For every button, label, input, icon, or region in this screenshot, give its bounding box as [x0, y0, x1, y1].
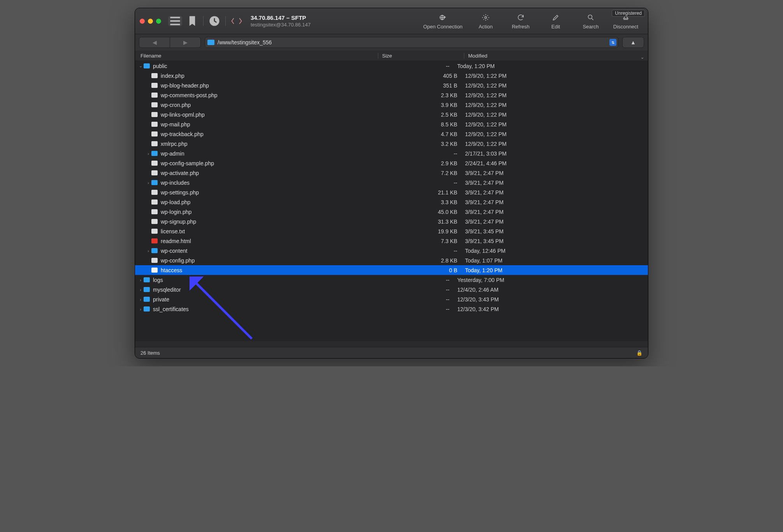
col-filename[interactable]: Filename: [135, 53, 378, 59]
file-size: --: [372, 277, 453, 283]
file-row[interactable]: ›logs--Yesterday, 7:00 PM: [135, 275, 648, 285]
file-size: 405 B: [379, 73, 461, 79]
disclosure-triangle-icon[interactable]: ›: [146, 151, 151, 156]
file-row[interactable]: ›mysqleditor--12/4/20, 2:46 AM: [135, 285, 648, 294]
close-icon[interactable]: [140, 19, 145, 24]
refresh-button[interactable]: Refresh: [503, 13, 538, 30]
file-name: ssl_certificates: [153, 306, 189, 312]
svg-rect-2: [170, 24, 180, 25]
file-modified: 2/24/21, 4:46 PM: [461, 160, 648, 166]
file-row[interactable]: wp-cron.php3.9 KB12/9/20, 1:22 PM: [135, 100, 648, 110]
file-row[interactable]: ›wp-content--Today, 12:46 PM: [135, 246, 648, 256]
file-row[interactable]: wp-load.php3.3 KB3/9/21, 2:47 PM: [135, 197, 648, 207]
transfers-button[interactable]: [230, 16, 244, 26]
file-icon: [151, 170, 158, 175]
file-size: 2.3 KB: [379, 92, 461, 98]
separator: [225, 16, 226, 26]
go-up-button[interactable]: ▲: [622, 37, 644, 48]
forward-button[interactable]: ▶: [170, 37, 201, 48]
file-list[interactable]: ⌄public--Today, 1:20 PMindex.php405 B12/…: [135, 61, 648, 341]
file-size: 2.9 KB: [379, 160, 461, 166]
file-row[interactable]: wp-comments-post.php2.3 KB12/9/20, 1:22 …: [135, 90, 648, 100]
edit-button[interactable]: Edit: [538, 13, 573, 30]
file-row[interactable]: index.php405 B12/9/20, 1:22 PM: [135, 71, 648, 80]
file-row[interactable]: wp-settings.php21.1 KB3/9/21, 2:47 PM: [135, 187, 648, 197]
file-row[interactable]: wp-signup.php31.3 KB3/9/21, 2:47 PM: [135, 217, 648, 226]
disclosure-triangle-icon[interactable]: ›: [138, 307, 143, 312]
unregistered-badge: Unregistered: [612, 10, 645, 17]
file-size: --: [379, 248, 461, 254]
file-modified: 12/3/20, 3:42 PM: [453, 306, 648, 312]
history-button[interactable]: [207, 16, 221, 26]
disclosure-triangle-icon[interactable]: ›: [146, 248, 151, 253]
file-row[interactable]: xmlrpc.php3.2 KB12/9/20, 1:22 PM: [135, 139, 648, 149]
path-dropdown-icon[interactable]: ⇅: [609, 39, 616, 46]
maximize-icon[interactable]: [156, 19, 161, 24]
col-modified[interactable]: Modified ⌄: [464, 53, 648, 59]
file-icon: [151, 209, 158, 214]
file-size: --: [372, 63, 453, 69]
file-row[interactable]: readme.html7.3 KB3/9/21, 3:45 PM: [135, 236, 648, 246]
file-modified: 3/9/21, 2:47 PM: [461, 180, 648, 186]
file-row[interactable]: ›private--12/3/20, 3:43 PM: [135, 294, 648, 304]
folder-icon: [144, 287, 150, 292]
file-modified: 12/9/20, 1:22 PM: [461, 73, 648, 79]
file-name: wp-comments-post.php: [161, 92, 218, 98]
folder-icon: [151, 248, 158, 253]
folder-icon: [144, 306, 150, 312]
file-icon: [151, 190, 158, 195]
col-size[interactable]: Size: [378, 53, 464, 59]
file-row[interactable]: wp-config-sample.php2.9 KB2/24/21, 4:46 …: [135, 158, 648, 168]
file-row[interactable]: ›ssl_certificates--12/3/20, 3:42 PM: [135, 304, 648, 314]
file-size: 7.2 KB: [379, 170, 461, 176]
gear-icon: [482, 13, 490, 22]
file-icon: [151, 141, 158, 146]
file-modified: 3/9/21, 2:47 PM: [461, 170, 648, 176]
disclosure-triangle-icon[interactable]: ›: [138, 287, 143, 292]
file-row[interactable]: wp-links-opml.php2.5 KB12/9/20, 1:22 PM: [135, 110, 648, 119]
folder-icon: [144, 297, 150, 302]
file-row[interactable]: license.txt19.9 KB3/9/21, 3:45 PM: [135, 226, 648, 236]
file-row[interactable]: ›wp-admin--2/17/21, 3:03 PM: [135, 149, 648, 158]
file-name: htaccess: [161, 267, 182, 273]
file-size: 2.5 KB: [379, 112, 461, 118]
file-modified: 3/9/21, 2:47 PM: [461, 209, 648, 215]
file-name: wp-includes: [161, 180, 190, 186]
folder-icon: [207, 40, 214, 45]
file-size: 31.3 KB: [379, 219, 461, 225]
path-field[interactable]: /www/testingsitex_556 ⇅: [205, 37, 618, 48]
open-connection-button[interactable]: Open Connection: [418, 13, 468, 30]
action-button[interactable]: Action: [468, 13, 503, 30]
file-row[interactable]: wp-trackback.php4.7 KB12/9/20, 1:22 PM: [135, 129, 648, 139]
bookmarks-button[interactable]: [185, 16, 199, 26]
file-row[interactable]: ⌄public--Today, 1:20 PM: [135, 61, 648, 71]
file-row[interactable]: htaccess0 BToday, 1:20 PM: [135, 265, 648, 275]
file-row[interactable]: wp-blog-header.php351 B12/9/20, 1:22 PM: [135, 80, 648, 90]
minimize-icon[interactable]: [148, 19, 153, 24]
file-row[interactable]: wp-login.php45.0 KB3/9/21, 2:47 PM: [135, 207, 648, 217]
titlebar: 34.70.86.147 – SFTP testingsitex@34.70.8…: [135, 8, 648, 34]
file-modified: 12/4/20, 2:46 AM: [453, 287, 648, 293]
view-toggle-button[interactable]: [168, 16, 182, 26]
back-button[interactable]: ◀: [139, 37, 170, 48]
file-modified: 2/17/21, 3:03 PM: [461, 150, 648, 157]
file-size: 3.9 KB: [379, 102, 461, 108]
file-modified: 12/9/20, 1:22 PM: [461, 112, 648, 118]
file-size: 0 B: [379, 267, 461, 273]
file-name: private: [153, 296, 169, 303]
file-size: 8.5 KB: [379, 121, 461, 128]
disclosure-triangle-icon[interactable]: ›: [138, 278, 143, 282]
disclosure-triangle-icon[interactable]: ›: [138, 297, 143, 302]
file-modified: 3/9/21, 2:47 PM: [461, 219, 648, 225]
file-icon: [151, 112, 158, 117]
file-row[interactable]: wp-mail.php8.5 KB12/9/20, 1:22 PM: [135, 119, 648, 129]
file-size: 3.3 KB: [379, 199, 461, 205]
file-row[interactable]: wp-activate.php7.2 KB3/9/21, 2:47 PM: [135, 168, 648, 178]
disclosure-triangle-icon[interactable]: ⌄: [138, 63, 143, 68]
search-button[interactable]: Search: [573, 13, 608, 30]
file-icon: [151, 131, 158, 136]
file-row[interactable]: wp-config.php2.8 KBToday, 1:07 PM: [135, 256, 648, 265]
file-row[interactable]: ›wp-includes--3/9/21, 2:47 PM: [135, 178, 648, 187]
disclosure-triangle-icon[interactable]: ›: [146, 180, 151, 185]
globe-plus-icon: [439, 13, 447, 22]
